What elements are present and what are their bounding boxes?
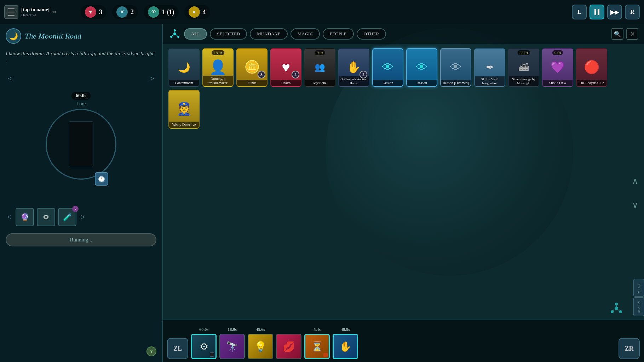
filter-mundane-button[interactable]: MUNDANE — [250, 28, 287, 40]
lore-timer: 60.0s — [199, 327, 208, 332]
story-next-button[interactable]: > — [146, 72, 158, 85]
misc-tab[interactable]: MISC — [633, 279, 644, 297]
lips-slot-card[interactable]: 💋 — [276, 334, 301, 359]
timer-inner — [69, 121, 93, 167]
main-label: MAIN — [637, 300, 641, 313]
search-button[interactable]: 🔍 — [611, 28, 623, 40]
eye-icon: 👁 — [116, 6, 128, 18]
y-button[interactable]: Y — [146, 346, 156, 356]
running-button[interactable]: Running... — [6, 233, 156, 246]
card-oriflamme[interactable]: ✋ 2 Oriflamme's Auction House — [338, 48, 369, 87]
ZR-button[interactable]: ZR — [619, 338, 640, 359]
lamp-slot-card[interactable]: 💡 — [248, 334, 273, 359]
filter-selected-button[interactable]: SELECTED — [210, 28, 247, 40]
skill-art: ✒ — [476, 55, 503, 79]
hand-slot-card[interactable]: ✋ — [333, 334, 358, 359]
svg-line-6 — [176, 35, 178, 36]
card-passion[interactable]: 👁 Passion — [372, 48, 403, 87]
story-nav: < > — [0, 71, 162, 86]
R-button[interactable]: R — [625, 5, 640, 19]
card-reason-dimmed[interactable]: 👁 Reason [Dimmed] — [440, 48, 471, 87]
bottom-slot-lore: 60.0s ⚙ — [191, 327, 217, 359]
svg-line-5 — [172, 35, 174, 36]
bottom-slot-hand: 48.9s ✋ — [333, 327, 358, 359]
menu-button[interactable] — [4, 5, 18, 19]
card-dorothy[interactable]: 18.9s 👤 Dorothy, a troublemaker — [202, 48, 234, 87]
scroll-down-button[interactable]: ∨ — [632, 200, 638, 210]
timer-value: 60.0s — [71, 92, 91, 100]
story-title: The Moonlit Road — [25, 31, 81, 41]
card-mystique[interactable]: 9.9s 👥 Mystique — [304, 48, 335, 87]
bottom-slot-hourglass: 5.4s ⏳ — [304, 327, 330, 359]
svg-point-8 — [615, 303, 618, 305]
scroll-arrows: ∧ ∨ — [632, 176, 638, 210]
lore-slot-card[interactable]: ⚙ — [191, 334, 217, 359]
filter-magic-button[interactable]: MAGIC — [291, 28, 320, 40]
dorothy-timer: 18.9s — [212, 50, 224, 55]
passion-art: 👁 — [374, 55, 401, 79]
coin-icon: ● — [189, 6, 200, 18]
svg-line-13 — [618, 310, 620, 311]
card-skill[interactable]: ✒ Skill: a Vivid Imagination — [474, 48, 505, 87]
eye2-stat: 👁 1 (1) — [144, 5, 179, 19]
bottom-slots: < 🔮 ⚙ 🧪 2 > — [0, 204, 162, 230]
scroll-up-button[interactable]: ∧ — [632, 176, 638, 186]
story-icon: 🌙 — [6, 28, 21, 44]
eye2-value: 1 (1) — [162, 8, 174, 16]
eye2-icon: 👁 — [148, 6, 159, 18]
filter-hub-button[interactable] — [168, 28, 181, 40]
svg-point-2 — [170, 36, 172, 38]
card-streets[interactable]: 32.5s 🏙 Streets Strange by Moonlight — [508, 48, 539, 87]
timer-clock-button[interactable]: 🕐 — [95, 172, 108, 186]
reason-label: Reason — [407, 80, 437, 86]
top-bar: [tap to name] Detective ✏ ♥ 3 👁 2 👁 1 (1… — [0, 0, 644, 24]
edit-name-icon[interactable]: ✏ — [52, 9, 57, 15]
card-funds[interactable]: 🪙 3 Funds — [236, 48, 268, 87]
health-label: Health — [271, 80, 301, 86]
streets-timer: 32.5s — [517, 50, 530, 55]
astro-slot-card[interactable]: 🔭 — [219, 334, 245, 359]
fast-forward-button[interactable]: ▶▶ — [607, 5, 622, 19]
L-button[interactable]: L — [572, 5, 587, 19]
slot-card-2[interactable]: ⚙ — [37, 208, 55, 226]
slot-card-1[interactable]: 🔮 — [16, 208, 34, 226]
card-weary-detective[interactable]: 👮 Weary Detective — [168, 90, 200, 129]
slots-prev-button[interactable]: < — [6, 211, 13, 223]
passion-label: Passion — [373, 80, 403, 86]
svg-point-0 — [173, 33, 176, 35]
ZL-button[interactable]: ZL — [167, 338, 188, 359]
close-filter-button[interactable]: ✕ — [626, 28, 638, 40]
player-name: [tap to name] — [21, 7, 50, 13]
card-subtle-flaw[interactable]: 9.0s 💜 Subtle Flaw — [542, 48, 573, 87]
story-text: I know this dream. A road crests a hill-… — [0, 47, 162, 71]
card-contentment[interactable]: 🌙 Contentment — [168, 48, 200, 87]
health-stat: ♥ 3 — [81, 5, 107, 19]
filter-all-button[interactable]: ALL — [184, 28, 207, 40]
mystique-label: Mystique — [305, 80, 335, 86]
story-prev-button[interactable]: < — [4, 72, 16, 85]
eye-value: 2 — [131, 8, 134, 16]
card-ecdysis-club[interactable]: 🔴 The Ecdysis Club — [576, 48, 607, 87]
filter-other-button[interactable]: OTHER — [357, 28, 386, 40]
main-tab[interactable]: MAIN — [633, 297, 644, 316]
side-tabs: MISC MAIN — [633, 279, 644, 316]
pause-button[interactable] — [590, 5, 604, 19]
bottom-slot-lamp: 45.6s 💡 — [248, 327, 273, 359]
bottom-slot-astro: 18.9s 🔭 — [219, 327, 245, 359]
hourglass-slot-card[interactable]: ⏳ — [304, 334, 330, 359]
heart-icon: ♥ — [85, 6, 96, 18]
filter-people-button[interactable]: PEOPLE — [323, 28, 354, 40]
misc-label: MISC — [637, 282, 641, 293]
weary-label: Weary Detective — [169, 122, 199, 128]
reason-art: 👁 — [408, 55, 435, 79]
oriflamme-number: 2 — [360, 71, 367, 78]
ecdysis-art: 🔴 — [578, 55, 605, 79]
weary-art: 👮 — [171, 97, 197, 121]
coin-stat: ● 4 — [184, 5, 210, 19]
slots-next-button[interactable]: > — [79, 211, 86, 223]
slot-badge-count: 2 — [72, 206, 79, 212]
skill-label: Skill: a Vivid Imagination — [475, 76, 505, 86]
contentment-label: Contentment — [169, 80, 199, 86]
card-health[interactable]: ♥ 2 Health — [270, 48, 301, 87]
card-reason[interactable]: 👁 Reason — [406, 48, 437, 87]
